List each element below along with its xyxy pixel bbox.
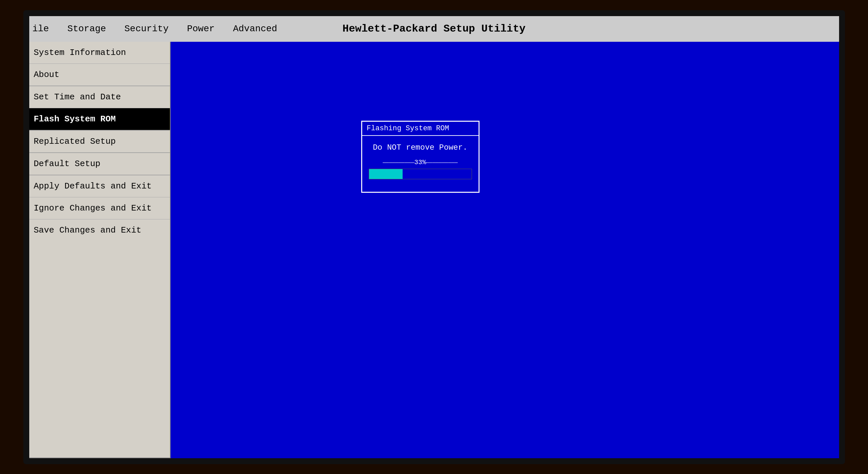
sidebar-item-set-time[interactable]: Set Time and Date xyxy=(29,86,170,108)
sidebar-item-system-info[interactable]: System Information xyxy=(29,42,170,64)
menu-item-file[interactable]: ile xyxy=(29,16,58,42)
sidebar-item-save-changes[interactable]: Save Changes and Exit xyxy=(29,219,170,241)
menu-item-security[interactable]: Security xyxy=(115,16,178,42)
sidebar-item-replicated-setup[interactable]: Replicated Setup xyxy=(29,130,170,153)
sidebar: System Information About Set Time and Da… xyxy=(29,42,170,458)
flash-dialog-title: Flashing System ROM xyxy=(367,124,449,132)
flash-dialog-message: Do NOT remove Power. xyxy=(369,143,472,152)
sidebar-item-flash-rom[interactable]: Flash System ROM xyxy=(29,108,170,130)
app-title: Hewlett-Packard Setup Utility xyxy=(342,23,526,35)
menu-item-storage[interactable]: Storage xyxy=(58,16,115,42)
sidebar-item-apply-defaults[interactable]: Apply Defaults and Exit xyxy=(29,175,170,197)
menu-items: ile Storage Security Power Advanced xyxy=(29,16,287,42)
sidebar-item-ignore-changes[interactable]: Ignore Changes and Exit xyxy=(29,197,170,219)
progress-bar-container xyxy=(369,169,472,179)
flash-dialog-title-bar: Flashing System ROM xyxy=(362,122,478,136)
sidebar-item-default-setup[interactable]: Default Setup xyxy=(29,153,170,175)
menu-bar: ile Storage Security Power Advanced Hewl… xyxy=(29,16,839,42)
flash-dialog-body: Do NOT remove Power. 33% xyxy=(362,136,478,192)
bottom-border xyxy=(369,179,472,186)
sidebar-item-about[interactable]: About xyxy=(29,64,170,86)
main-area: System Information About Set Time and Da… xyxy=(29,42,839,458)
menu-item-advanced[interactable]: Advanced xyxy=(224,16,286,42)
progress-label: 33% xyxy=(369,158,472,166)
monitor: ile Storage Security Power Advanced Hewl… xyxy=(23,10,845,464)
content-area: Flashing System ROM Do NOT remove Power.… xyxy=(170,42,839,458)
progress-bar-fill xyxy=(369,169,403,179)
menu-item-power[interactable]: Power xyxy=(178,16,224,42)
flash-dialog: Flashing System ROM Do NOT remove Power.… xyxy=(361,121,479,193)
